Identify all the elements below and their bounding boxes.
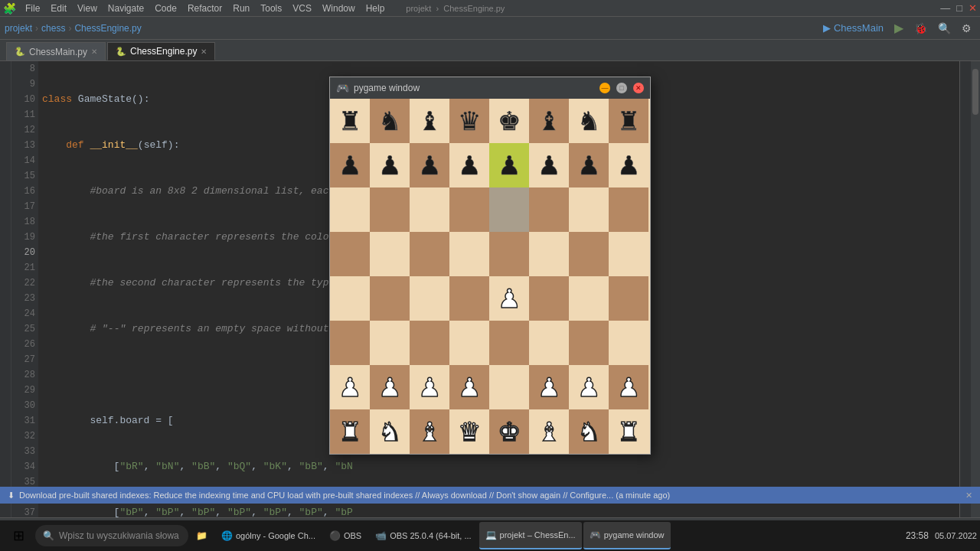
notification-close[interactable]: ✕ — [965, 491, 972, 500]
search-everywhere-btn[interactable]: 🔍 — [934, 21, 955, 36]
chess-cell-2-4[interactable] — [489, 187, 529, 232]
chess-cell-4-1[interactable] — [370, 276, 410, 321]
chess-cell-1-1[interactable]: ♟ — [370, 143, 410, 187]
chess-cell-4-4[interactable]: ♟ — [489, 276, 529, 321]
menu-code[interactable]: Code — [150, 2, 181, 15]
chess-cell-4-5[interactable] — [529, 276, 569, 321]
chess-cell-7-0[interactable]: ♜ — [330, 409, 370, 454]
chess-cell-7-1[interactable]: ♞ — [370, 409, 410, 454]
chess-cell-1-4[interactable]: ♟ — [489, 143, 529, 187]
chess-cell-3-0[interactable] — [330, 232, 370, 276]
chess-cell-0-6[interactable]: ♞ — [569, 99, 609, 143]
chess-cell-6-0[interactable]: ♟ — [330, 365, 370, 409]
chess-cell-0-3[interactable]: ♛ — [449, 99, 489, 143]
taskbar-chrome[interactable]: 🌐 ogólny - Google Ch... — [215, 522, 322, 549]
tab-chessengine[interactable]: 🐍 ChessEngine.py ✕ — [107, 42, 215, 60]
chess-cell-4-2[interactable] — [410, 276, 449, 321]
chess-cell-3-2[interactable] — [410, 232, 449, 276]
menu-edit[interactable]: Edit — [46, 2, 71, 15]
chess-cell-6-5[interactable]: ♟ — [529, 365, 569, 409]
menu-tools[interactable]: Tools — [256, 2, 286, 15]
settings-btn[interactable]: ⚙ — [958, 21, 975, 36]
chess-cell-3-1[interactable] — [370, 232, 410, 276]
pygame-minimize-btn[interactable]: — — [599, 83, 610, 93]
breadcrumb-file[interactable]: chess — [41, 23, 65, 34]
taskbar-obs-small[interactable]: ⚫ OBS — [323, 522, 368, 549]
chess-cell-5-2[interactable] — [410, 321, 449, 365]
chess-cell-0-1[interactable]: ♞ — [370, 99, 410, 143]
chess-cell-2-0[interactable] — [330, 187, 370, 232]
menu-view[interactable]: View — [73, 2, 102, 15]
pygame-close-btn[interactable]: ✕ — [633, 83, 644, 93]
chess-cell-6-3[interactable]: ♟ — [449, 365, 489, 409]
chess-cell-1-0[interactable]: ♟ — [330, 143, 370, 187]
menu-vcs[interactable]: VCS — [288, 2, 316, 15]
chess-cell-4-6[interactable] — [569, 276, 609, 321]
chess-cell-6-6[interactable]: ♟ — [569, 365, 609, 409]
breadcrumb-current[interactable]: ChessEngine.py — [74, 23, 141, 34]
chess-cell-5-6[interactable] — [569, 321, 609, 365]
chess-cell-4-7[interactable] — [609, 276, 648, 321]
chess-board[interactable]: ♜♞♝♛♚♝♞♜♟♟♟♟♟♟♟♟♟♟♟♟♟♟♟♟♜♞♝♛♚♝♞♜ — [330, 99, 648, 454]
taskbar-projekt[interactable]: 💻 projekt – ChessEn... — [479, 522, 582, 549]
chess-cell-6-2[interactable]: ♟ — [410, 365, 449, 409]
chess-cell-7-6[interactable]: ♞ — [569, 409, 609, 454]
chess-cell-6-1[interactable]: ♟ — [370, 365, 410, 409]
menu-window[interactable]: Window — [318, 2, 360, 15]
run-btn[interactable]: ▶ — [890, 19, 907, 37]
chess-cell-0-7[interactable]: ♜ — [609, 99, 648, 143]
menu-run[interactable]: Run — [228, 2, 254, 15]
chess-cell-2-6[interactable] — [569, 187, 609, 232]
vscroll-thumb[interactable] — [972, 69, 978, 115]
chess-cell-2-3[interactable] — [449, 187, 489, 232]
chess-cell-2-5[interactable] — [529, 187, 569, 232]
chess-cell-1-2[interactable]: ♟ — [410, 143, 449, 187]
chess-cell-5-1[interactable] — [370, 321, 410, 365]
taskbar-explorer[interactable]: 📁 — [190, 522, 214, 549]
chess-cell-4-3[interactable] — [449, 276, 489, 321]
chess-cell-3-5[interactable] — [529, 232, 569, 276]
search-box[interactable]: 🔍 Wpisz tu wyszukiwania słowa — [35, 525, 188, 546]
chess-cell-7-5[interactable]: ♝ — [529, 409, 569, 454]
chess-cell-2-7[interactable] — [609, 187, 648, 232]
chess-cell-7-2[interactable]: ♝ — [410, 409, 449, 454]
chess-cell-1-3[interactable]: ♟ — [449, 143, 489, 187]
run-config-btn[interactable]: ▶ ChessMain — [819, 21, 887, 35]
chess-cell-2-1[interactable] — [370, 187, 410, 232]
chess-cell-1-5[interactable]: ♟ — [529, 143, 569, 187]
chess-cell-0-4[interactable]: ♚ — [489, 99, 529, 143]
close-icon[interactable]: ✕ — [969, 2, 977, 14]
chess-cell-4-0[interactable] — [330, 276, 370, 321]
maximize-icon[interactable]: □ — [956, 2, 962, 14]
chess-cell-0-2[interactable]: ♝ — [410, 99, 449, 143]
chess-cell-7-4[interactable]: ♚ — [489, 409, 529, 454]
taskbar-obs-large[interactable]: 📹 OBS 25.0.4 (64-bit, ... — [369, 522, 477, 549]
chess-cell-5-3[interactable] — [449, 321, 489, 365]
menu-navigate[interactable]: Navigate — [103, 2, 149, 15]
chess-cell-6-4[interactable] — [489, 365, 529, 409]
chess-cell-3-6[interactable] — [569, 232, 609, 276]
chess-cell-5-0[interactable] — [330, 321, 370, 365]
tab-chessmain-close[interactable]: ✕ — [91, 47, 97, 56]
chess-cell-1-6[interactable]: ♟ — [569, 143, 609, 187]
chess-cell-7-7[interactable]: ♜ — [609, 409, 648, 454]
menu-help[interactable]: Help — [361, 2, 390, 15]
chess-cell-0-0[interactable]: ♜ — [330, 99, 370, 143]
debug-btn[interactable]: 🐞 — [910, 21, 931, 36]
vscrollbar[interactable] — [971, 61, 980, 517]
chess-cell-5-7[interactable] — [609, 321, 648, 365]
chess-cell-5-5[interactable] — [529, 321, 569, 365]
chess-cell-7-3[interactable]: ♛ — [449, 409, 489, 454]
taskbar-pygame[interactable]: 🎮 pygame window — [583, 522, 671, 549]
breadcrumb-project[interactable]: projekt — [5, 23, 32, 34]
chess-cell-0-5[interactable]: ♝ — [529, 99, 569, 143]
pygame-maximize-btn[interactable]: □ — [616, 83, 627, 93]
chess-cell-1-7[interactable]: ♟ — [609, 143, 648, 187]
start-button[interactable]: ⊞ — [3, 522, 34, 549]
tab-chessengine-close[interactable]: ✕ — [201, 47, 207, 56]
chess-cell-3-7[interactable] — [609, 232, 648, 276]
menu-refactor[interactable]: Refactor — [183, 2, 227, 15]
chess-cell-2-2[interactable] — [410, 187, 449, 232]
chess-cell-6-7[interactable]: ♟ — [609, 365, 648, 409]
pygame-titlebar[interactable]: 🎮 pygame window — □ ✕ — [330, 77, 650, 99]
